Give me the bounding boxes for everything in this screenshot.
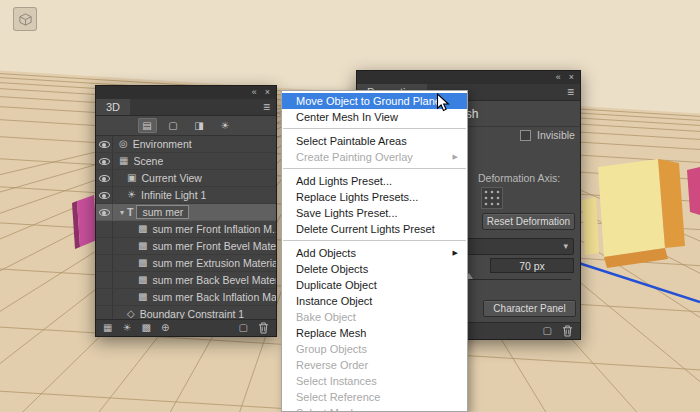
menu-item-delete-objects[interactable]: Delete Objects <box>282 261 467 277</box>
right-letter-front[interactable] <box>598 159 665 257</box>
layer-label: sum mer Back Inflation Ma... <box>152 291 276 303</box>
menu-item-add-lights-preset[interactable]: Add Lights Preset... <box>282 173 467 189</box>
3d-row-environment[interactable]: ◎ Environment <box>96 136 276 153</box>
eye-icon <box>99 175 110 182</box>
add-light-icon[interactable]: ☀ <box>122 323 131 333</box>
menu-item-label: Select Mesh <box>296 407 357 412</box>
menu-item-label: Instance Object <box>296 295 372 307</box>
3d-row-sum-mer[interactable]: ▾ T sum mer <box>96 204 276 221</box>
environment-icon: ◎ <box>119 139 128 149</box>
panel-menu-icon[interactable]: ≡ <box>567 85 574 99</box>
3d-panel-bottom-bar: ▦ ☀ ▩ ⊕ ▢ <box>96 319 276 336</box>
menu-item-label: Duplicate Object <box>296 279 377 291</box>
3d-row-front-bevel[interactable]: ▩ sum mer Front Bevel Mate... <box>96 238 276 255</box>
3d-row-current-view[interactable]: ▣ Current View <box>96 170 276 187</box>
collapse-panel-icon[interactable]: « <box>556 73 561 82</box>
menu-item-label: Replace Lights Presets... <box>296 191 418 203</box>
cube-icon <box>18 12 33 27</box>
material-icon: ▩ <box>138 258 147 268</box>
visibility-toggle[interactable] <box>96 136 113 152</box>
material-icon: ▩ <box>138 241 147 251</box>
new-item-icon[interactable]: ▢ <box>543 326 552 336</box>
menu-item-delete-current-lights-preset[interactable]: Delete Current Lights Preset <box>282 221 467 237</box>
photoshop-3d-workspace: « × 3D ≡ ▤ ▢ ◨ ☀ ◎ Environment ▦ Scene <box>0 0 700 412</box>
filter-materials-icon[interactable]: ◨ <box>190 118 209 133</box>
layer-label: sum mer Extrusion Material <box>152 257 276 269</box>
visibility-cell <box>96 272 113 288</box>
3d-filter-bar: ▤ ▢ ◨ ☀ <box>96 116 276 136</box>
right-letter-fragment[interactable] <box>582 197 599 255</box>
collapse-panel-icon[interactable]: « <box>252 88 257 97</box>
visibility-toggle[interactable] <box>96 170 113 186</box>
submenu-arrow-icon: ▶ <box>453 153 461 161</box>
3d-panel-tabbar: 3D ≡ <box>96 99 276 116</box>
menu-item-select-paintable-areas[interactable]: Select Paintable Areas <box>282 133 467 149</box>
menu-separator <box>283 128 466 129</box>
3d-row-scene[interactable]: ▦ Scene <box>96 153 276 170</box>
eye-icon <box>99 141 110 148</box>
trash-icon[interactable] <box>562 325 573 337</box>
menu-item-reverse-order: Reverse Order <box>282 357 467 373</box>
visibility-toggle[interactable] <box>96 153 113 169</box>
invisible-checkbox[interactable] <box>520 130 531 141</box>
layer-label: Scene <box>133 155 163 167</box>
extrusion-depth-field[interactable]: 70 px <box>490 258 574 273</box>
menu-item-replace-lights-presets[interactable]: Replace Lights Presets... <box>282 189 467 205</box>
trash-icon[interactable] <box>258 322 269 334</box>
menu-item-label: Select Instances <box>296 375 377 387</box>
3d-scene-tree: ◎ Environment ▦ Scene ▣ Current View ☀ I… <box>96 136 276 323</box>
menu-item-label: Replace Mesh <box>296 327 366 339</box>
chevron-down-icon: ▾ <box>563 241 568 251</box>
add-material-icon[interactable]: ▩ <box>141 323 150 333</box>
filter-meshes-icon[interactable]: ▢ <box>164 118 183 133</box>
menu-item-label: Save Lights Preset... <box>296 207 398 219</box>
visibility-cell <box>96 221 113 237</box>
3d-row-infinite-light[interactable]: ☀ Infinite Light 1 <box>96 187 276 204</box>
layer-label: Current View <box>141 172 202 184</box>
close-panel-icon[interactable]: × <box>265 88 270 97</box>
visibility-cell <box>96 238 113 254</box>
left-letter-front[interactable] <box>77 195 97 247</box>
character-panel-button[interactable]: Character Panel <box>483 300 576 317</box>
3d-row-front-inflation[interactable]: ▩ sum mer Front Inflation M... <box>96 221 276 238</box>
submenu-arrow-icon: ▶ <box>453 249 461 257</box>
expander-icon[interactable]: ▾ <box>120 208 124 217</box>
close-panel-icon[interactable]: × <box>569 73 574 82</box>
new-item-icon[interactable]: ▢ <box>239 323 248 333</box>
slider-track[interactable] <box>469 279 571 280</box>
deformation-axis-label: Deformation Axis: <box>478 172 560 184</box>
visibility-toggle[interactable] <box>96 187 113 203</box>
menu-separator <box>283 240 466 241</box>
deformation-axis-selector[interactable] <box>481 187 503 209</box>
add-constraint-icon[interactable]: ⊕ <box>161 323 169 333</box>
3d-row-back-bevel[interactable]: ▩ sum mer Back Bevel Material <box>96 272 276 289</box>
visibility-toggle[interactable] <box>96 204 113 220</box>
menu-item-label: Bake Object <box>296 311 356 323</box>
ground-plane-icon[interactable]: ▦ <box>103 323 112 333</box>
menu-item-add-objects[interactable]: Add Objects▶ <box>282 245 467 261</box>
filter-whole-scene-icon[interactable]: ▤ <box>138 118 157 133</box>
eye-icon <box>99 158 110 165</box>
menu-item-label: Delete Current Lights Preset <box>296 223 435 235</box>
layer-label: sum mer Front Bevel Mate... <box>152 240 276 252</box>
view-home-widget[interactable] <box>13 7 37 31</box>
menu-item-save-lights-preset[interactable]: Save Lights Preset... <box>282 205 467 221</box>
invisible-label: Invisible <box>537 129 575 141</box>
3d-row-back-inflation[interactable]: ▩ sum mer Back Inflation Ma... <box>96 289 276 306</box>
layer-label: Environment <box>133 138 192 150</box>
menu-item-instance-object[interactable]: Instance Object <box>282 293 467 309</box>
menu-item-duplicate-object[interactable]: Duplicate Object <box>282 277 467 293</box>
filter-lights-icon[interactable]: ☀ <box>216 118 235 133</box>
reset-deformation-button[interactable]: Reset Deformation <box>482 213 575 230</box>
panel-menu-icon[interactable]: ≡ <box>263 100 270 114</box>
3d-row-extrusion[interactable]: ▩ sum mer Extrusion Material <box>96 255 276 272</box>
eye-icon <box>99 192 110 199</box>
menu-item-replace-mesh[interactable]: Replace Mesh <box>282 325 467 341</box>
text-mesh-icon: T <box>127 207 133 218</box>
tab-3d[interactable]: 3D <box>96 99 130 115</box>
layer-label: sum mer Back Bevel Material <box>152 274 276 286</box>
constraint-icon: ◇ <box>127 309 135 319</box>
invisible-option: Invisible <box>520 129 575 141</box>
menu-item-label: Select Reference <box>296 391 380 403</box>
mesh-name-field[interactable]: sum mer <box>136 205 189 219</box>
